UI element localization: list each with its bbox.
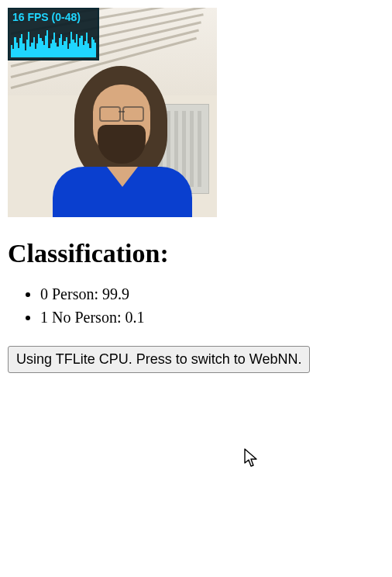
fps-graph bbox=[11, 25, 96, 57]
scene-person bbox=[53, 50, 192, 213]
classification-heading: Classification: bbox=[8, 239, 384, 268]
switch-backend-button[interactable]: Using TFLite CPU. Press to switch to Web… bbox=[8, 346, 310, 373]
camera-preview: 16 FPS (0-48) bbox=[8, 8, 217, 217]
fps-overlay: 16 FPS (0-48) bbox=[8, 8, 99, 60]
fps-label: 16 FPS (0-48) bbox=[12, 11, 81, 23]
classification-result-item: 0 Person: 99.9 bbox=[40, 282, 384, 306]
classification-result-item: 1 No Person: 0.1 bbox=[40, 306, 384, 329]
fps-bar bbox=[95, 43, 96, 57]
classification-results: 0 Person: 99.91 No Person: 0.1 bbox=[8, 282, 384, 329]
cursor-icon bbox=[243, 448, 259, 468]
